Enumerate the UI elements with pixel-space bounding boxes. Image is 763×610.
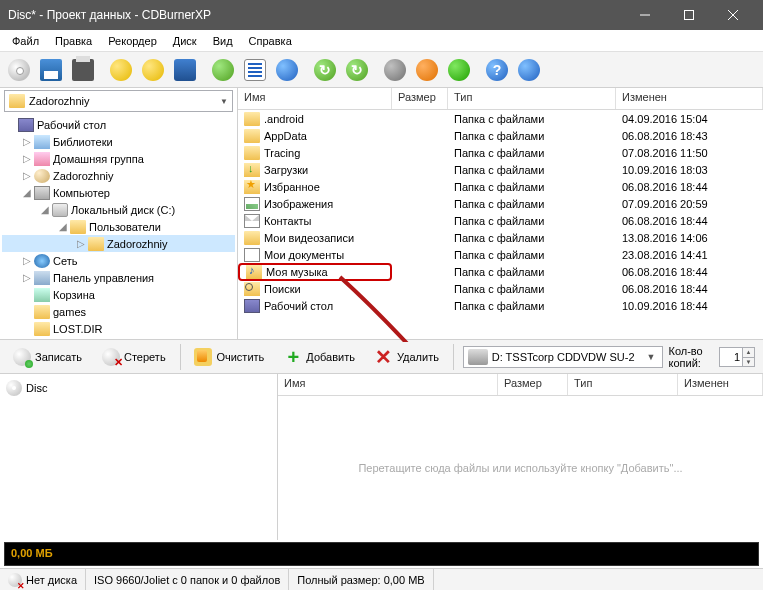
path-combo[interactable]: Zadorozhniy ▼	[4, 90, 233, 112]
file-row[interactable]: TracingПапка с файлами07.08.2016 11:50	[238, 144, 763, 161]
file-type: Папка с файлами	[448, 300, 616, 312]
menu-help[interactable]: Справка	[241, 32, 300, 50]
maximize-button[interactable]	[667, 0, 711, 30]
open-button[interactable]	[4, 55, 34, 85]
tree-node[interactable]: LOST.DIR	[2, 320, 235, 337]
file-name: Мои видеозаписи	[264, 232, 354, 244]
settings-button[interactable]	[380, 55, 410, 85]
col-type[interactable]: Тип	[448, 88, 616, 109]
expand-toggle[interactable]: ◢	[38, 204, 52, 215]
col-name[interactable]: Имя	[278, 374, 498, 395]
file-row[interactable]: ИзбранноеПапка с файлами06.08.2016 18:44	[238, 178, 763, 195]
tree-node[interactable]: ▷Zadorozhniy	[2, 167, 235, 184]
file-modified: 07.09.2016 20:59	[616, 198, 763, 210]
expand-toggle[interactable]: ▷	[74, 238, 88, 249]
file-row[interactable]: .androidПапка с файлами04.09.2016 15:04	[238, 110, 763, 127]
file-list-header: Имя Размер Тип Изменен	[238, 88, 763, 110]
tool-btn-8[interactable]	[342, 55, 372, 85]
file-row[interactable]: Рабочий столПапка с файлами10.09.2016 18…	[238, 297, 763, 314]
menu-disc[interactable]: Диск	[165, 32, 205, 50]
tool-btn-5[interactable]	[240, 55, 270, 85]
expand-toggle[interactable]: ◢	[56, 221, 70, 232]
drive-selector[interactable]: D: TSSTcorp CDDVDW SU-2 ▼	[463, 346, 663, 368]
tree-node[interactable]: ◢Компьютер	[2, 184, 235, 201]
expand-toggle[interactable]: ▷	[20, 170, 34, 181]
tree-node[interactable]: Корзина	[2, 286, 235, 303]
delete-button[interactable]: ✕Удалить	[366, 343, 448, 371]
path-text: Zadorozhniy	[29, 95, 90, 107]
expand-toggle[interactable]: ▷	[20, 272, 34, 283]
tree-node[interactable]: ▷Сеть	[2, 252, 235, 269]
tree-node[interactable]: Рабочий стол	[2, 116, 235, 133]
file-row[interactable]: ПоискиПапка с файлами06.08.2016 18:44	[238, 280, 763, 297]
tree-node[interactable]: ▷Панель управления	[2, 269, 235, 286]
add-button[interactable]: +Добавить	[275, 343, 364, 371]
tool-btn-7[interactable]	[310, 55, 340, 85]
expand-toggle[interactable]: ◢	[20, 187, 34, 198]
file-row[interactable]: Мои документыПапка с файлами23.08.2016 1…	[238, 246, 763, 263]
tree-label: games	[53, 306, 86, 318]
tree-node[interactable]: ◢Пользователи	[2, 218, 235, 235]
compilation-tree[interactable]: Disc	[0, 374, 278, 540]
clear-button[interactable]: Очистить	[185, 343, 273, 371]
tool-btn-3[interactable]	[170, 55, 200, 85]
folder-icon	[52, 203, 68, 217]
file-list[interactable]: .androidПапка с файлами04.09.2016 15:04A…	[238, 110, 763, 339]
tree-node[interactable]: ▷Домашняя группа	[2, 150, 235, 167]
erase-button[interactable]: Стереть	[93, 343, 175, 371]
spin-down[interactable]: ▼	[742, 358, 754, 367]
col-size[interactable]: Размер	[392, 88, 448, 109]
drop-area[interactable]: Перетащите сюда файлы или используйте кн…	[278, 396, 763, 540]
col-name[interactable]: Имя	[238, 88, 392, 109]
disc-icon	[8, 59, 30, 81]
tree-node[interactable]: ▷Библиотеки	[2, 133, 235, 150]
col-size[interactable]: Размер	[498, 374, 568, 395]
col-modified[interactable]: Изменен	[616, 88, 763, 109]
file-name: Мои документы	[264, 249, 344, 261]
burn-button[interactable]: Записать	[4, 343, 91, 371]
menu-file[interactable]: Файл	[4, 32, 47, 50]
disc-root[interactable]: Disc	[4, 378, 273, 398]
col-modified[interactable]: Изменен	[678, 374, 763, 395]
tree-node[interactable]: ◢Локальный диск (C:)	[2, 201, 235, 218]
file-row[interactable]: AppDataПапка с файлами06.08.2016 18:43	[238, 127, 763, 144]
print-button[interactable]	[68, 55, 98, 85]
tree-node[interactable]: ▷Zadorozhniy	[2, 235, 235, 252]
menu-view[interactable]: Вид	[205, 32, 241, 50]
col-type[interactable]: Тип	[568, 374, 678, 395]
spin-up[interactable]: ▲	[742, 348, 754, 358]
file-row[interactable]: Моя музыкаПапка с файлами06.08.2016 18:4…	[238, 263, 763, 280]
file-row[interactable]: Мои видеозаписиПапка с файлами13.08.2016…	[238, 229, 763, 246]
tool-btn-1[interactable]	[106, 55, 136, 85]
file-row[interactable]: КонтактыПапка с файлами06.08.2016 18:44	[238, 212, 763, 229]
expand-toggle[interactable]: ▷	[20, 153, 34, 164]
nodisc-icon	[8, 573, 22, 587]
folder-icon	[34, 322, 50, 336]
minimize-button[interactable]	[623, 0, 667, 30]
tool-btn-10[interactable]	[444, 55, 474, 85]
folder-tree[interactable]: Рабочий стол▷Библиотеки▷Домашняя группа▷…	[0, 114, 237, 339]
tool-btn-6[interactable]	[272, 55, 302, 85]
menu-edit[interactable]: Правка	[47, 32, 100, 50]
tool-btn-4[interactable]	[208, 55, 238, 85]
tree-node[interactable]: games	[2, 303, 235, 320]
file-type: Папка с файлами	[448, 215, 616, 227]
tree-label: Рабочий стол	[37, 119, 106, 131]
file-row[interactable]: ИзображенияПапка с файлами07.09.2016 20:…	[238, 195, 763, 212]
about-button[interactable]	[514, 55, 544, 85]
close-button[interactable]	[711, 0, 755, 30]
tool-btn-9[interactable]	[412, 55, 442, 85]
file-modified: 06.08.2016 18:44	[616, 266, 763, 278]
copies-spinner[interactable]: ▲▼	[719, 347, 755, 367]
save-button[interactable]	[36, 55, 66, 85]
expand-toggle[interactable]: ▷	[20, 255, 34, 266]
action-toolbar: Записать Стереть Очистить +Добавить ✕Уда…	[0, 340, 763, 374]
tool-btn-2[interactable]	[138, 55, 168, 85]
menu-recorder[interactable]: Рекордер	[100, 32, 165, 50]
copies-input[interactable]	[720, 348, 742, 366]
file-icon	[244, 146, 260, 160]
file-row[interactable]: ЗагрузкиПапка с файлами10.09.2016 18:03	[238, 161, 763, 178]
help-button[interactable]	[482, 55, 512, 85]
expand-toggle[interactable]: ▷	[20, 136, 34, 147]
broom-icon	[194, 348, 212, 366]
